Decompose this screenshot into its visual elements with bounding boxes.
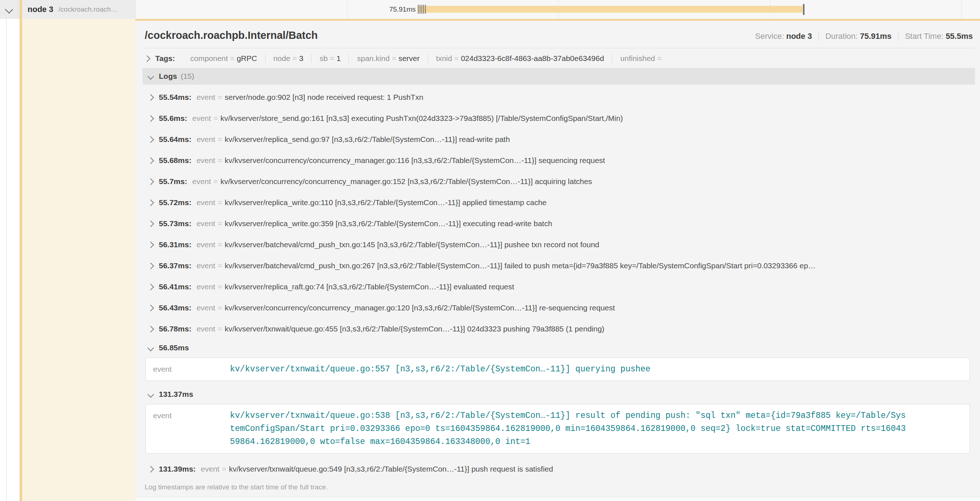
span-overview: Service: node 3Duration: 75.91msStart Ti… bbox=[755, 32, 973, 41]
chevron-right-icon[interactable] bbox=[147, 199, 154, 206]
service-label: Service: bbox=[755, 32, 784, 41]
log-field-value: kv/kvserver/concurrency/concurrency_mana… bbox=[225, 156, 605, 165]
logs-title: Logs bbox=[159, 72, 177, 81]
log-row[interactable]: 56.78ms:event=kv/kvserver/txnwait/queue.… bbox=[143, 318, 975, 340]
log-row[interactable]: 56.41ms:event=kv/kvserver/replica_raft.g… bbox=[143, 276, 975, 297]
chevron-right-icon[interactable] bbox=[147, 284, 154, 290]
logs-section-header[interactable]: Logs (15) bbox=[143, 68, 975, 85]
log-row[interactable]: 55.6ms:event=kv/kvserver/store_send.go:1… bbox=[143, 108, 975, 129]
tree-guide-line bbox=[6, 19, 6, 501]
log-field-value: kv/kvserver/replica_write.go:110 [n3,s3,… bbox=[225, 198, 547, 207]
log-timestamp: 56.85ms bbox=[159, 343, 189, 352]
tag-item: node=3 bbox=[266, 54, 312, 63]
log-marker bbox=[422, 5, 422, 14]
span-title: /cockroach.roachpb.Internal/Batch bbox=[145, 29, 318, 41]
chevron-right-icon[interactable] bbox=[147, 220, 154, 227]
tags-header[interactable]: Tags: component=gRPC node=3 sb=1 span.ki… bbox=[143, 48, 975, 68]
tags-label: Tags: bbox=[155, 54, 175, 63]
equals-sign: = bbox=[215, 198, 224, 207]
log-row[interactable]: 55.64ms:event=kv/kvserver/replica_send.g… bbox=[143, 129, 975, 150]
log-field-key: event bbox=[192, 177, 211, 186]
span-color-strip bbox=[19, 0, 22, 501]
log-marker bbox=[423, 5, 424, 14]
start-time-label: Start Time: bbox=[905, 32, 943, 41]
log-timestamp: 56.37ms: bbox=[159, 262, 191, 270]
log-row[interactable]: 56.37ms:event=kv/kvserver/batcheval/cmd_… bbox=[143, 255, 975, 276]
log-field-key: event bbox=[197, 325, 215, 333]
log-field-value: kv/kvserver/replica_write.go:359 [n3,s3,… bbox=[225, 219, 552, 228]
equals-sign: = bbox=[215, 135, 224, 144]
span-row[interactable]: node 3 /cockroach.roach… 75.91ms bbox=[0, 0, 980, 19]
duration-value: 75.91ms bbox=[860, 32, 891, 41]
equals-sign: = bbox=[215, 282, 224, 291]
span-duration-label: 75.91ms bbox=[361, 0, 416, 19]
chevron-right-icon[interactable] bbox=[147, 241, 154, 248]
log-field-value: kv/kvserver/batcheval/cmd_push_txn.go:26… bbox=[225, 262, 816, 270]
log-event-detail: event kv/kvserver/txnwait/queue.go:557 [… bbox=[145, 357, 970, 381]
span-collapse-toggle[interactable] bbox=[0, 0, 19, 19]
equals-sign: = bbox=[215, 303, 224, 312]
chevron-down-icon[interactable] bbox=[147, 73, 154, 80]
log-field-value-mono: kv/kvserver/txnwait/queue.go:557 [n3,s3,… bbox=[230, 363, 650, 376]
chevron-down-icon[interactable] bbox=[147, 391, 154, 397]
log-field-value: kv/kvserver/concurrency/concurrency_mana… bbox=[225, 303, 615, 312]
span-duration-bar[interactable] bbox=[418, 6, 803, 13]
log-row[interactable]: 55.73ms:event=kv/kvserver/replica_write.… bbox=[143, 213, 975, 234]
divider bbox=[819, 32, 819, 40]
log-row[interactable]: 56.43ms:event=kv/kvserver/concurrency/co… bbox=[143, 297, 975, 318]
logs-count: (15) bbox=[181, 72, 194, 81]
tag-item: span.kind=server bbox=[349, 54, 428, 63]
log-timestamp: 55.54ms: bbox=[159, 93, 191, 102]
chevron-right-icon[interactable] bbox=[147, 136, 154, 143]
chevron-right-icon[interactable] bbox=[147, 178, 154, 185]
log-field-value-mono: kv/kvserver/txnwait/queue.go:538 [n3,s3,… bbox=[230, 409, 906, 448]
log-timestamp: 55.7ms: bbox=[159, 177, 187, 186]
panel-bottom-divider bbox=[135, 497, 980, 501]
log-field-key: event bbox=[197, 240, 215, 249]
equals-sign: = bbox=[215, 93, 224, 102]
duration-label: Duration: bbox=[826, 32, 858, 41]
chevron-down-icon[interactable] bbox=[147, 345, 154, 351]
log-row[interactable]: 131.39ms:event=kv/kvserver/txnwait/queue… bbox=[143, 458, 975, 480]
chevron-right-icon[interactable] bbox=[147, 466, 154, 472]
chevron-right-icon[interactable] bbox=[144, 55, 150, 62]
log-timestamp: 55.6ms: bbox=[159, 114, 187, 123]
log-marker bbox=[418, 5, 418, 14]
chevron-right-icon[interactable] bbox=[147, 325, 154, 332]
log-field-value: kv/kvserver/store_send.go:161 [n3,s3] ex… bbox=[221, 114, 623, 123]
timeline-gridline bbox=[347, 0, 347, 19]
log-row[interactable]: 55.54ms:event=server/node.go:902 [n3] no… bbox=[143, 87, 975, 108]
log-event-detail: event kv/kvserver/txnwait/queue.go:538 [… bbox=[145, 404, 970, 453]
chevron-right-icon[interactable] bbox=[147, 262, 154, 269]
log-field-key: event bbox=[197, 198, 215, 207]
chevron-right-icon[interactable] bbox=[147, 115, 154, 121]
log-field-key: event bbox=[197, 219, 215, 228]
log-row-expanded-header[interactable]: 56.85ms bbox=[143, 340, 975, 356]
log-timestamp: 56.78ms: bbox=[159, 325, 191, 333]
log-field-value: kv/kvserver/txnwait/queue.go:549 [n3,s3,… bbox=[229, 465, 553, 474]
log-field-value: kv/kvserver/batcheval/cmd_push_txn.go:14… bbox=[225, 240, 600, 249]
chevron-down-icon[interactable] bbox=[5, 5, 13, 14]
log-field-value: kv/kvserver/replica_raft.go:74 [n3,s3,r6… bbox=[225, 282, 514, 291]
log-field-key: event bbox=[146, 409, 230, 422]
selected-span-highlight-column bbox=[22, 19, 135, 501]
chevron-right-icon[interactable] bbox=[147, 94, 154, 101]
log-row[interactable]: 55.72ms:event=kv/kvserver/replica_write.… bbox=[143, 192, 975, 213]
span-name[interactable]: node 3 /cockroach.roach… bbox=[27, 0, 118, 19]
log-timestamp: 55.73ms: bbox=[159, 219, 191, 228]
equals-sign: = bbox=[211, 114, 221, 123]
logs-footnote: Log timestamps are relative to the start… bbox=[143, 480, 975, 497]
trace-viewer: node 3 /cockroach.roach… 75.91ms /cockro… bbox=[0, 0, 980, 501]
log-row[interactable]: 55.7ms:event=kv/kvserver/concurrency/con… bbox=[143, 171, 975, 192]
log-field-key: event bbox=[192, 114, 211, 123]
log-timestamp: 131.39ms: bbox=[159, 465, 196, 474]
log-row[interactable]: 55.68ms:event=kv/kvserver/concurrency/co… bbox=[143, 150, 975, 171]
chevron-right-icon[interactable] bbox=[147, 305, 154, 311]
tag-item: txnid=024d3323-6c8f-4863-aa8b-37ab0e6349… bbox=[428, 54, 612, 63]
span-detail-panel: /cockroach.roachpb.Internal/Batch Servic… bbox=[135, 19, 980, 501]
log-marker bbox=[420, 5, 420, 14]
log-row-expanded-header[interactable]: 131.37ms bbox=[143, 386, 975, 403]
log-row[interactable]: 56.31ms:event=kv/kvserver/batcheval/cmd_… bbox=[143, 234, 975, 255]
timeline-gridline bbox=[961, 0, 961, 19]
chevron-right-icon[interactable] bbox=[147, 157, 154, 164]
